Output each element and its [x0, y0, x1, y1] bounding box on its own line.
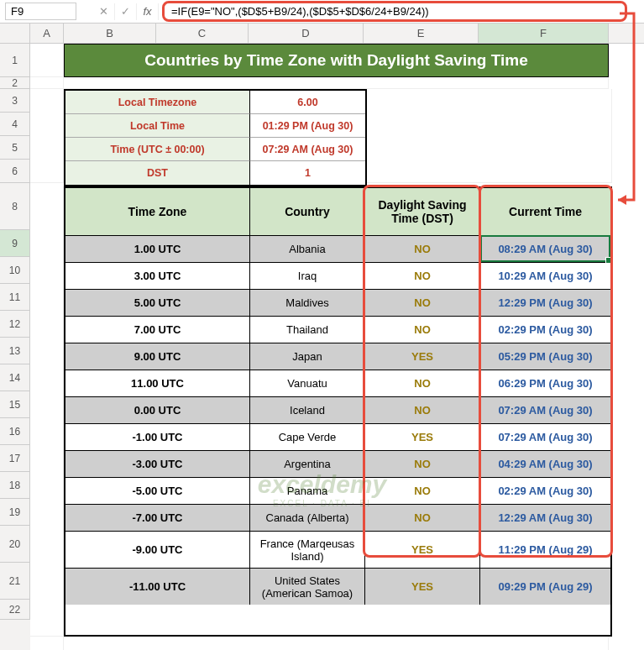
row-header-21[interactable]: 21	[0, 563, 30, 600]
formula-input[interactable]: =IF(E9="NO",($D$5+B9/24),($D$5+$D$6/24+B…	[162, 1, 627, 22]
cell-dst[interactable]: NO	[365, 263, 480, 289]
cell-country[interactable]: United States (American Samoa)	[250, 569, 365, 605]
cell-dst[interactable]: NO	[365, 505, 480, 531]
cell-current-time[interactable]: 09:29 PM (Aug 29)	[480, 569, 610, 605]
cell-country[interactable]: Japan	[250, 343, 365, 370]
row-header-13[interactable]: 13	[0, 338, 30, 364]
cell-country[interactable]: Canada (Alberta)	[250, 505, 365, 531]
cell-country[interactable]: Albania	[250, 236, 365, 262]
cell-current-time[interactable]: 06:29 PM (Aug 30)	[480, 370, 610, 396]
cell-current-time[interactable]: 08:29 AM (Aug 30)	[480, 236, 610, 262]
cell-timezone[interactable]: -7.00 UTC	[65, 505, 250, 531]
cell-timezone[interactable]: 9.00 UTC	[65, 343, 250, 370]
cell-current-time[interactable]: 07:29 AM (Aug 30)	[480, 397, 610, 423]
cell-timezone[interactable]: -3.00 UTC	[65, 451, 250, 477]
cell-dst[interactable]: NO	[365, 290, 480, 316]
row-header-17[interactable]: 17	[0, 445, 30, 472]
cell-timezone[interactable]: 3.00 UTC	[65, 263, 250, 289]
col-header-A[interactable]: A	[30, 24, 64, 43]
cell-country[interactable]: Argentina	[250, 451, 365, 477]
cell-country[interactable]: Iceland	[250, 397, 365, 423]
row-header-1[interactable]: 1	[0, 44, 30, 77]
accept-formula-icon[interactable]: ✓	[115, 3, 137, 20]
cell-current-time[interactable]: 02:29 AM (Aug 30)	[480, 478, 610, 504]
row-header-2[interactable]: 2	[0, 77, 30, 89]
table-row[interactable]: -3.00 UTCArgentinaNO04:29 AM (Aug 30)	[65, 450, 610, 477]
table-row[interactable]: 1.00 UTCAlbaniaNO08:29 AM (Aug 30)	[65, 235, 610, 262]
row-header-3[interactable]: 3	[0, 89, 30, 113]
table-row[interactable]: 7.00 UTCThailandNO02:29 PM (Aug 30)	[65, 316, 610, 343]
cell-timezone[interactable]: -9.00 UTC	[65, 532, 250, 568]
row-header-12[interactable]: 12	[0, 311, 30, 338]
cell-timezone[interactable]: 7.00 UTC	[65, 317, 250, 343]
name-box[interactable]	[5, 3, 76, 20]
row-header-18[interactable]: 18	[0, 472, 30, 499]
cell-timezone[interactable]: 1.00 UTC	[65, 236, 250, 262]
cell-timezone[interactable]: 5.00 UTC	[65, 290, 250, 316]
cell-A1[interactable]	[30, 44, 64, 77]
cell-timezone[interactable]: -11.00 UTC	[65, 569, 250, 605]
row-header-20[interactable]: 20	[0, 526, 30, 563]
col-header-B[interactable]: B	[64, 24, 156, 43]
cell-dst[interactable]: YES	[365, 424, 480, 450]
cell-country[interactable]: Vanuatu	[250, 370, 365, 396]
cell-timezone[interactable]: -1.00 UTC	[65, 424, 250, 450]
cell-timezone[interactable]: -5.00 UTC	[65, 478, 250, 504]
table-row[interactable]: 9.00 UTCJapanYES05:29 PM (Aug 30)	[65, 343, 610, 370]
row-header-11[interactable]: 11	[0, 284, 30, 311]
table-row[interactable]: -1.00 UTCCape VerdeYES07:29 AM (Aug 30)	[65, 423, 610, 450]
row-header-14[interactable]: 14	[0, 364, 30, 391]
cell-current-time[interactable]: 05:29 PM (Aug 30)	[480, 343, 610, 370]
cell-dst[interactable]: NO	[365, 397, 480, 423]
cell-timezone[interactable]: 0.00 UTC	[65, 397, 250, 423]
table-row[interactable]: 11.00 UTCVanuatuNO06:29 PM (Aug 30)	[65, 370, 610, 396]
table-row[interactable]: 5.00 UTCMaldivesNO12:29 PM (Aug 30)	[65, 289, 610, 316]
row-header-6[interactable]: 6	[0, 160, 30, 183]
cell-dst[interactable]: YES	[365, 569, 480, 605]
row-header-8[interactable]: 8	[0, 183, 30, 230]
cell-dst[interactable]: NO	[365, 370, 480, 396]
select-all-corner[interactable]	[0, 24, 30, 43]
table-row[interactable]: -11.00 UTCUnited States (American Samoa)…	[65, 568, 610, 605]
cell-current-time[interactable]: 12:29 PM (Aug 30)	[480, 290, 610, 316]
cell-country[interactable]: Maldives	[250, 290, 365, 316]
row-header-5[interactable]: 5	[0, 136, 30, 160]
table-row[interactable]: -5.00 UTCPanamaNO02:29 AM (Aug 30)	[65, 477, 610, 504]
cell-dst[interactable]: NO	[365, 236, 480, 262]
cell-country[interactable]: Iraq	[250, 263, 365, 289]
cell-current-time[interactable]: 04:29 AM (Aug 30)	[480, 451, 610, 477]
cell-country[interactable]: Cape Verde	[250, 424, 365, 450]
cell-country[interactable]: Panama	[250, 478, 365, 504]
cell-dst[interactable]: YES	[365, 532, 480, 568]
cell-timezone[interactable]: 11.00 UTC	[65, 370, 250, 396]
table-row[interactable]: -9.00 UTCFrance (Marqeusas Island)YES11:…	[65, 531, 610, 568]
fx-icon[interactable]: fx	[137, 3, 159, 20]
cell-dst[interactable]: NO	[365, 317, 480, 343]
col-header-D[interactable]: D	[249, 24, 364, 43]
cell-dst[interactable]: NO	[365, 478, 480, 504]
col-header-C[interactable]: C	[156, 24, 249, 43]
cell-current-time[interactable]: 11:29 PM (Aug 29)	[480, 532, 610, 568]
table-row[interactable]: 0.00 UTCIcelandNO07:29 AM (Aug 30)	[65, 396, 610, 423]
row-header-19[interactable]: 19	[0, 499, 30, 526]
cancel-formula-icon[interactable]: ✕	[93, 3, 115, 20]
row-header-16[interactable]: 16	[0, 418, 30, 445]
row-header-10[interactable]: 10	[0, 257, 30, 284]
cell-dst[interactable]: NO	[365, 451, 480, 477]
row-header-22[interactable]: 22	[0, 600, 30, 620]
cell-country[interactable]: France (Marqeusas Island)	[250, 532, 365, 568]
table-row[interactable]: -7.00 UTCCanada (Alberta)NO12:29 AM (Aug…	[65, 504, 610, 531]
table-row[interactable]: 3.00 UTCIraqNO10:29 AM (Aug 30)	[65, 262, 610, 289]
cell-current-time[interactable]: 07:29 AM (Aug 30)	[480, 424, 610, 450]
row-header-4[interactable]: 4	[0, 113, 30, 136]
cell-current-time[interactable]: 10:29 AM (Aug 30)	[480, 263, 610, 289]
cell-country[interactable]: Thailand	[250, 317, 365, 343]
row-header-9[interactable]: 9	[0, 230, 30, 257]
col-header-E[interactable]: E	[364, 24, 479, 43]
cell-dst[interactable]: YES	[365, 343, 480, 370]
col-header-F[interactable]: F	[479, 24, 609, 43]
cell-current-time[interactable]: 02:29 PM (Aug 30)	[480, 317, 610, 343]
row-header-15[interactable]: 15	[0, 391, 30, 418]
spreadsheet-grid[interactable]: Countries by Time Zone with Daylight Sav…	[30, 44, 612, 650]
cell-current-time[interactable]: 12:29 AM (Aug 30)	[480, 505, 610, 531]
